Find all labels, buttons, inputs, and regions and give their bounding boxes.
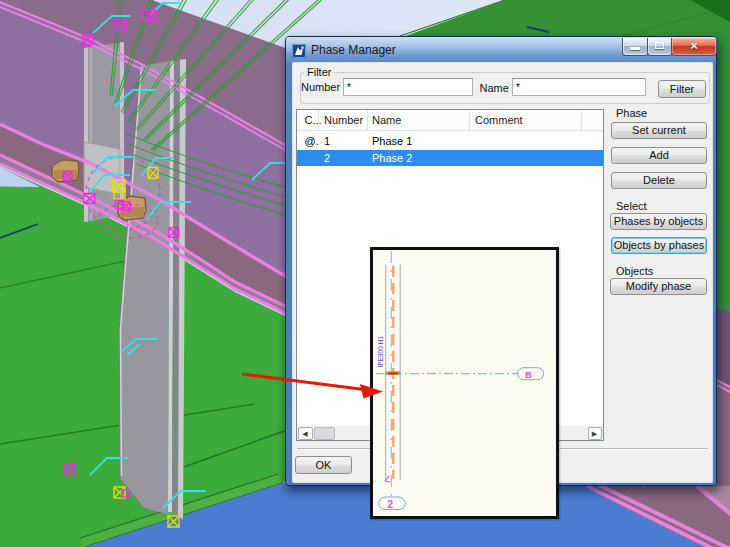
- svg-text:IPE300 H1: IPE300 H1: [377, 336, 384, 368]
- svg-text:B: B: [525, 369, 532, 380]
- svg-text:2: 2: [388, 499, 394, 510]
